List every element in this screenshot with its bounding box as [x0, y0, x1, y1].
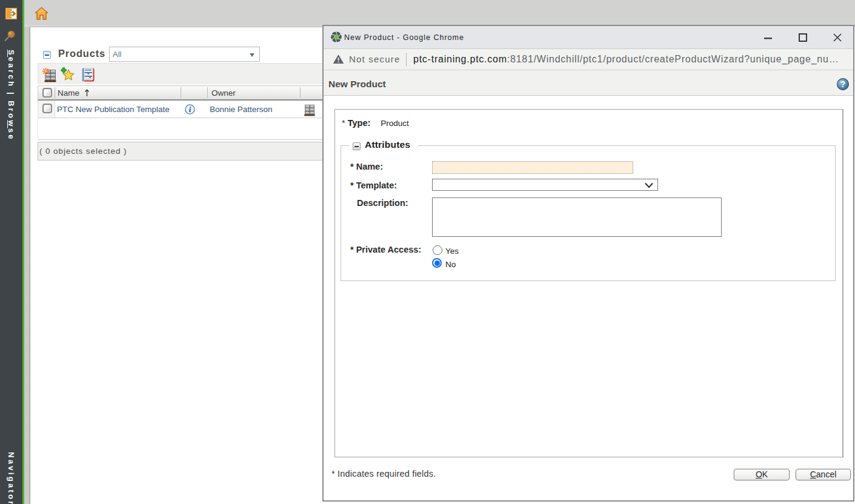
svg-text:?: ? — [840, 79, 846, 89]
svg-text:i: i — [189, 105, 191, 114]
